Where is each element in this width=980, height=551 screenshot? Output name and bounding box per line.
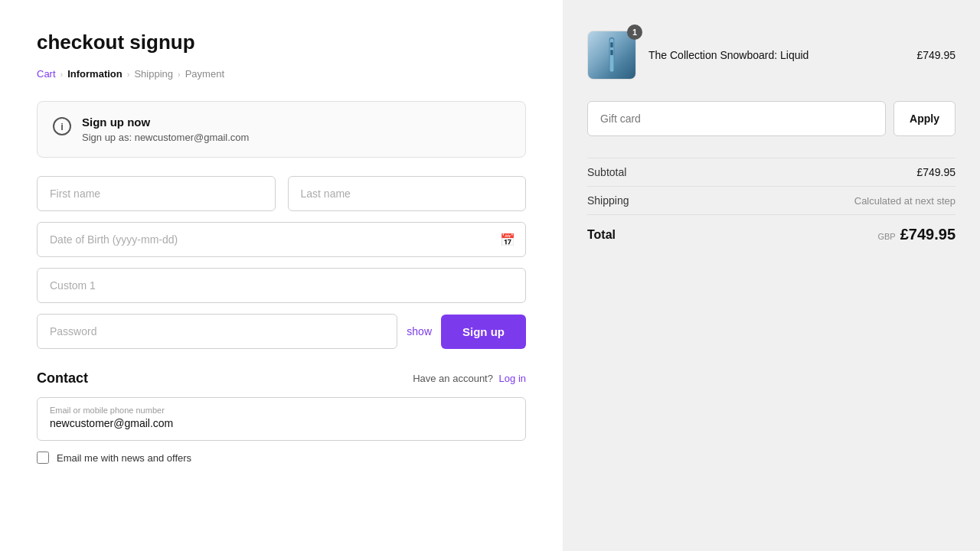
breadcrumb-payment: Payment xyxy=(185,68,224,80)
product-image xyxy=(587,31,636,80)
subtotal-row: Subtotal £749.95 xyxy=(587,158,956,186)
contact-email-field[interactable]: Email or mobile phone number newcustomer… xyxy=(37,397,526,441)
svg-rect-3 xyxy=(610,50,612,55)
last-name-field xyxy=(288,176,527,211)
product-price: £749.95 xyxy=(916,49,956,61)
first-name-field xyxy=(37,176,276,211)
signup-box: i Sign up now Sign up as: newcustomer@gm… xyxy=(37,101,526,158)
gift-card-row: Apply xyxy=(587,101,956,136)
total-value: £749.95 xyxy=(900,226,956,243)
signup-title: Sign up now xyxy=(82,116,249,129)
custom-input[interactable] xyxy=(37,268,526,303)
signup-subtitle: Sign up as: newcustomer@gmail.com xyxy=(82,132,249,143)
show-password-button[interactable]: show xyxy=(407,325,432,337)
page-title: checkout signup xyxy=(37,31,526,54)
breadcrumb-information: Information xyxy=(67,68,122,80)
gift-card-input[interactable] xyxy=(587,101,886,136)
total-right: GBP £749.95 xyxy=(877,226,956,243)
breadcrumb-cart[interactable]: Cart xyxy=(37,68,56,80)
chevron-icon-2: › xyxy=(127,70,130,79)
contact-field-label: Email or mobile phone number xyxy=(50,406,513,415)
left-panel: checkout signup Cart › Information › Shi… xyxy=(0,0,563,551)
apply-button[interactable]: Apply xyxy=(893,101,956,136)
breadcrumb-shipping: Shipping xyxy=(134,68,173,80)
dob-field: 📅 xyxy=(37,222,526,257)
chevron-icon-3: › xyxy=(178,70,181,79)
chevron-icon-1: › xyxy=(60,70,64,79)
info-icon: i xyxy=(53,117,71,135)
subtotal-value: £749.95 xyxy=(916,166,956,178)
contact-title: Contact xyxy=(37,370,88,386)
product-image-wrap: 1 xyxy=(587,31,636,80)
snowboard-svg xyxy=(600,36,623,74)
custom-field xyxy=(37,268,526,303)
currency-label: GBP xyxy=(877,232,895,241)
signup-button[interactable]: Sign up xyxy=(441,315,526,349)
login-link[interactable]: Log in xyxy=(499,373,526,384)
contact-field-value: newcustomer@gmail.com xyxy=(50,417,513,429)
shipping-label: Shipping xyxy=(587,194,629,207)
name-row xyxy=(37,176,526,211)
newsletter-row: Email me with news and offers xyxy=(37,452,526,464)
shipping-value: Calculated at next step xyxy=(854,195,956,207)
product-item: 1 The Collection Snowboard: Liquid £749.… xyxy=(587,31,956,80)
shipping-row: Shipping Calculated at next step xyxy=(587,186,956,214)
contact-header: Contact Have an account? Log in xyxy=(37,370,526,386)
newsletter-label: Email me with news and offers xyxy=(57,452,191,464)
right-panel: 1 The Collection Snowboard: Liquid £749.… xyxy=(563,0,980,551)
account-prompt: Have an account? Log in xyxy=(413,373,526,384)
password-input[interactable] xyxy=(37,314,397,349)
total-row: Total GBP £749.95 xyxy=(587,214,956,254)
first-name-input[interactable] xyxy=(37,176,276,211)
account-text: Have an account? xyxy=(413,373,493,384)
newsletter-checkbox[interactable] xyxy=(37,452,49,464)
total-label: Total xyxy=(587,228,616,242)
breadcrumb: Cart › Information › Shipping › Payment xyxy=(37,68,526,80)
dob-input[interactable] xyxy=(37,222,526,257)
last-name-input[interactable] xyxy=(288,176,527,211)
subtotal-label: Subtotal xyxy=(587,166,626,178)
password-field xyxy=(37,314,397,349)
product-name: The Collection Snowboard: Liquid xyxy=(648,49,904,61)
svg-rect-2 xyxy=(610,42,612,47)
cart-badge: 1 xyxy=(627,24,642,40)
password-row: show Sign up xyxy=(37,314,526,349)
